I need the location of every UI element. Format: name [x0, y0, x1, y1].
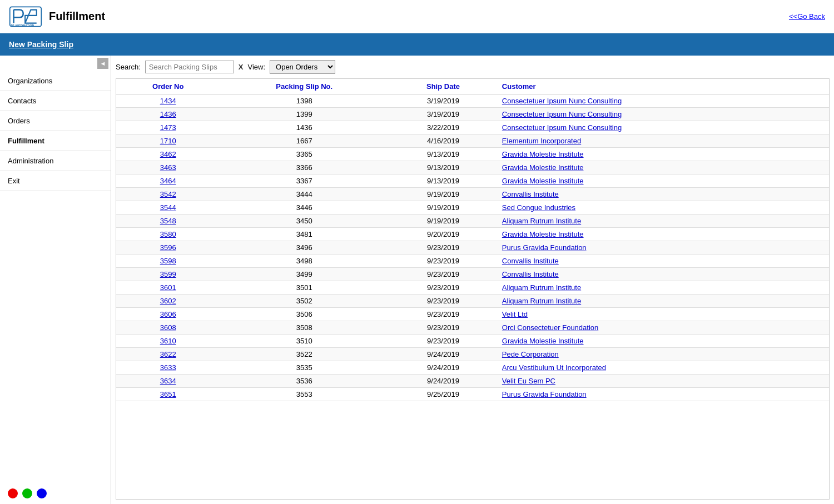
packing-slip-table: Order No Packing Slip No. Ship Date Cust…	[116, 79, 829, 401]
sidebar-item-orders[interactable]: Orders	[0, 111, 111, 131]
customer-link[interactable]: Convallis Institute	[502, 257, 559, 265]
order-link[interactable]: 3463	[160, 163, 176, 172]
new-packing-slip-button[interactable]: New Packing Slip	[9, 40, 73, 49]
customer-link[interactable]: Gravida Molestie Institute	[502, 177, 584, 185]
order-link[interactable]: 3622	[160, 350, 176, 358]
sidebar-item-organizations[interactable]: Organizations	[0, 71, 111, 91]
table-row: 365135539/25/2019Purus Gravida Foundatio…	[116, 388, 829, 401]
cell-packing-slip: 3508	[220, 321, 389, 335]
order-link[interactable]: 3542	[160, 190, 176, 198]
cell-packing-slip: 3446	[220, 201, 389, 214]
order-link[interactable]: 1434	[160, 97, 176, 105]
order-link[interactable]: 3602	[160, 297, 176, 305]
red-dot	[8, 488, 18, 498]
customer-link[interactable]: Consectetuer Ipsum Nunc Consulting	[502, 123, 622, 132]
order-link[interactable]: 3599	[160, 270, 176, 278]
cell-order-no: 3622	[116, 348, 220, 361]
order-link[interactable]: 3610	[160, 337, 176, 345]
go-back-link[interactable]: <<Go Back	[789, 12, 825, 21]
cell-order-no: 1434	[116, 94, 220, 108]
customer-link[interactable]: Purus Gravida Foundation	[502, 390, 587, 398]
customer-link[interactable]: Orci Consectetuer Foundation	[502, 323, 598, 332]
cell-packing-slip: 3498	[220, 255, 389, 268]
cell-ship-date: 3/19/2019	[389, 108, 498, 121]
customer-link[interactable]: Consectetuer Ipsum Nunc Consulting	[502, 110, 622, 118]
sidebar-item-administration[interactable]: Administration	[0, 151, 111, 171]
cell-order-no: 1473	[116, 121, 220, 134]
customer-link[interactable]: Sed Congue Industries	[502, 203, 575, 212]
order-link[interactable]: 3464	[160, 177, 176, 185]
table-row: 362235229/24/2019Pede Corporation	[116, 348, 829, 361]
order-link[interactable]: 3608	[160, 323, 176, 332]
customer-link[interactable]: Purus Gravida Foundation	[502, 243, 587, 252]
order-link[interactable]: 3651	[160, 390, 176, 398]
table-row: 346433679/13/2019Gravida Molestie Instit…	[116, 174, 829, 188]
customer-link[interactable]: Gravida Molestie Institute	[502, 337, 584, 345]
order-link[interactable]: 3601	[160, 283, 176, 292]
customer-link[interactable]: Convallis Institute	[502, 190, 559, 198]
cell-customer: Aliquam Rutrum Institute	[498, 214, 829, 228]
customer-link[interactable]: Velit Eu Sem PC	[502, 377, 555, 385]
order-link[interactable]: 3633	[160, 363, 176, 372]
order-link[interactable]: 1436	[160, 110, 176, 118]
order-link[interactable]: 3462	[160, 150, 176, 158]
cell-packing-slip: 3365	[220, 148, 389, 161]
cell-ship-date: 9/20/2019	[389, 228, 498, 241]
cell-ship-date: 9/24/2019	[389, 361, 498, 375]
table-row: 359934999/23/2019Convallis Institute	[116, 268, 829, 281]
cell-order-no: 3606	[116, 308, 220, 321]
cell-customer: Convallis Institute	[498, 268, 829, 281]
order-link[interactable]: 3544	[160, 203, 176, 212]
order-link[interactable]: 1710	[160, 137, 176, 145]
customer-link[interactable]: Gravida Molestie Institute	[502, 150, 584, 158]
customer-link[interactable]: Gravida Molestie Institute	[502, 230, 584, 238]
sidebar-item-exit[interactable]: Exit	[0, 171, 111, 191]
customer-link[interactable]: Arcu Vestibulum Ut Incorporated	[502, 363, 606, 372]
cell-ship-date: 9/13/2019	[389, 161, 498, 174]
cell-packing-slip: 1398	[220, 94, 389, 108]
page-title: Fulfillment	[49, 10, 105, 23]
table-row: 354434469/19/2019Sed Congue Industries	[116, 201, 829, 214]
customer-link[interactable]: Consectetuer Ipsum Nunc Consulting	[502, 97, 622, 105]
cell-packing-slip: 1436	[220, 121, 389, 134]
sidebar-item-contacts[interactable]: Contacts	[0, 91, 111, 111]
customer-link[interactable]: Convallis Institute	[502, 270, 559, 278]
order-link[interactable]: 3634	[160, 377, 176, 385]
customer-link[interactable]: Aliquam Rutrum Institute	[502, 217, 581, 225]
table-row: 361035109/23/2019Gravida Molestie Instit…	[116, 335, 829, 348]
customer-link[interactable]: Elementum Incorporated	[502, 137, 581, 145]
sidebar: ◄ OrganizationsContactsOrdersFulfillment…	[0, 56, 111, 504]
cell-order-no: 3651	[116, 388, 220, 401]
cell-order-no: 3580	[116, 228, 220, 241]
sidebar-item-fulfillment[interactable]: Fulfillment	[0, 131, 111, 151]
toolbar: New Packing Slip	[0, 33, 834, 56]
cell-order-no: 3602	[116, 295, 220, 308]
cell-customer: Gravida Molestie Institute	[498, 174, 829, 188]
sidebar-toggle[interactable]: ◄	[97, 58, 108, 69]
table-container[interactable]: Order No Packing Slip No. Ship Date Cust…	[116, 78, 830, 500]
order-link[interactable]: 3598	[160, 257, 176, 265]
order-link[interactable]: 3580	[160, 230, 176, 238]
table-row: 147314363/22/2019Consectetuer Ipsum Nunc…	[116, 121, 829, 134]
customer-link[interactable]: Aliquam Rutrum Institute	[502, 283, 581, 292]
green-dot	[22, 488, 32, 498]
clear-search-button[interactable]: X	[239, 63, 244, 71]
customer-link[interactable]: Pede Corporation	[502, 350, 559, 358]
customer-link[interactable]: Aliquam Rutrum Institute	[502, 297, 581, 305]
cell-ship-date: 4/16/2019	[389, 134, 498, 148]
cell-packing-slip: 3536	[220, 375, 389, 388]
order-link[interactable]: 3606	[160, 310, 176, 318]
cell-order-no: 3463	[116, 161, 220, 174]
order-link[interactable]: 1473	[160, 123, 176, 132]
search-input[interactable]	[145, 61, 234, 73]
header-left: P2 AUTOMATION Fulfillment	[9, 6, 105, 28]
order-link[interactable]: 3596	[160, 243, 176, 252]
view-select[interactable]: Open OrdersAll OrdersClosed Orders	[270, 60, 335, 74]
customer-link[interactable]: Gravida Molestie Institute	[502, 163, 584, 172]
cell-customer: Gravida Molestie Institute	[498, 148, 829, 161]
order-link[interactable]: 3548	[160, 217, 176, 225]
cell-ship-date: 9/13/2019	[389, 148, 498, 161]
cell-customer: Gravida Molestie Institute	[498, 161, 829, 174]
customer-link[interactable]: Velit Ltd	[502, 310, 528, 318]
table-row: 360635069/23/2019Velit Ltd	[116, 308, 829, 321]
